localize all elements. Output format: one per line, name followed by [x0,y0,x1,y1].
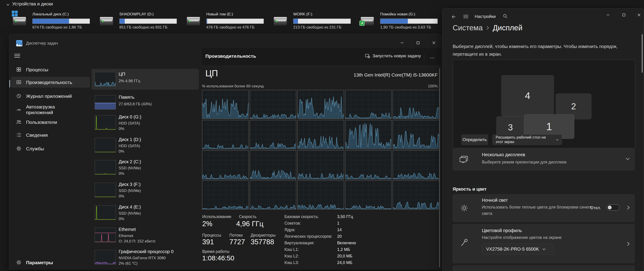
section-title[interactable]: Устройства и диски [12,1,53,6]
perf-item-title: Диск 3 (F:) [119,182,140,187]
drive-item-e[interactable]: Новый том (E:) 476 ГБ свободно из 476 ГБ [186,12,261,32]
multi-display-icon [459,156,468,163]
perf-item-sub: SSD (NVMe) [119,166,141,170]
perf-item-sub: 2% 4,96 ГГц [119,79,140,83]
maximize-button[interactable] [413,39,423,46]
night-light-toggle[interactable] [606,204,620,210]
sidebar-item-users[interactable]: Пользователи [11,117,90,127]
drive-item-f[interactable]: WORK (F:) 213 ГБ свободно из 231 ГБ [273,12,348,32]
detail-value: 20 [337,234,342,239]
vertical-scrollbar[interactable] [642,34,643,73]
cpu-core-graph [393,90,439,119]
drive-item-c[interactable]: Локальный диск (C:) 674 ГБ свободно из 1… [12,12,87,32]
card-subtitle: Выберите режим презентации для дисплеев [482,160,566,164]
section-collapse-chevron-icon[interactable] [6,4,10,6]
identify-button[interactable]: Определить [461,134,488,145]
monitor-4[interactable]: 4 [501,75,554,116]
speed-label: Скорость [239,214,256,219]
perf-item-sub: SSD (NVMe) [119,188,141,193]
graph-axis-label: % использования более 60 секунд [202,84,264,88]
card-title: Цветовой профиль [482,228,522,233]
detail-label: Кэш L1: [284,247,299,252]
card-subtitle: Использовать более теплые цвета для блок… [482,205,592,210]
cpu-core-graph [250,180,296,210]
perf-item-sub: Ethernet [119,234,133,238]
run-new-task-button[interactable]: Запустить новую задачу [362,52,423,60]
vertical-scrollbar[interactable] [439,68,440,268]
perf-list-item-cpu[interactable]: ЦП 2% 4,96 ГГц [92,69,199,90]
more-options-button[interactable]: … [427,53,437,60]
color-profile-dropdown[interactable]: VX2758-2K-PRO-5 6500K [482,244,554,255]
cpu-panel-title: ЦП [206,68,218,78]
close-button[interactable] [634,11,644,18]
detail-value: 1 [337,221,340,226]
drive-usage-bar [293,18,351,24]
perf-list-item-disk1[interactable]: Диск 1 (D:) HDD (SATA) 0% [92,135,199,157]
perf-list-item-memory[interactable]: Память 27,6/63,8 ГБ (43%) [92,92,199,113]
minimize-button[interactable] [397,39,407,46]
detail-value: Включено [337,241,356,246]
detail-label: Виртуализация: [284,241,314,246]
sidebar-item-app-history[interactable]: Журнал приложений [11,91,90,101]
monitor-number: 2 [571,102,576,112]
sidebar-item-settings[interactable]: Параметры [11,257,70,268]
sidebar-item-processes[interactable]: Процессы [11,64,90,75]
sidebar-item-performance[interactable]: Производительность [11,77,90,88]
detail-value: 3,50 ГГц [337,214,353,219]
services-gear-icon [16,146,22,151]
hdr-card[interactable]: HDR HDR Откл. [453,265,635,271]
display-arrangement-box: 4 2 3 1 Определить Расширить рабочий сто… [453,60,635,150]
breadcrumb-parent[interactable]: Система [453,24,483,32]
page-description-line1: Выберите дисплей, чтобы изменить его пар… [453,44,618,49]
multiple-displays-card[interactable]: Несколько дисплеев Выберите режим презен… [453,148,635,170]
performance-icon [16,80,22,85]
color-profile-card[interactable]: Цветовой профиль Настройте отображение ц… [453,224,635,263]
cpu-core-graph [202,90,249,119]
processes-value: 391 [202,238,214,246]
sidebar-item-label: Параметры [26,260,53,265]
drive-name: SHADOWPLAY (D:) [119,12,154,16]
sidebar-item-startup-apps[interactable]: Автозагрузка приложений [11,103,90,116]
perf-list-item-disk2[interactable]: Диск 2 (C:) SSD (NVMe) 0% [92,157,199,179]
drive-free-space: 476 ГБ свободно из 476 ГБ [206,25,254,30]
memory-thumbnail-graph [95,95,116,110]
history-clock-icon [16,93,22,99]
speed-value: 4,96 ГГц [236,220,263,228]
detail-value: 24,0 МБ [337,260,352,265]
minimize-button[interactable] [603,11,613,18]
sidebar-item-details[interactable]: Сведения [11,130,90,140]
perf-item-sub: NVIDIA GeForce RTX 3080 [119,256,166,260]
sidebar-item-services[interactable]: Службы [11,143,90,154]
color-profile-dropper-icon [460,238,468,246]
close-button[interactable] [429,39,439,46]
navigation-menu-icon[interactable] [14,53,23,60]
perf-list-item-ethernet[interactable]: Ethernet Ethernet О: 24,0 П: 152 кбит/с [92,224,199,247]
extend-display-dropdown[interactable]: Расширить рабочий стол на этот экран [492,134,562,145]
night-light-card[interactable]: Ночной свет Использовать более теплые цв… [453,194,635,222]
maximize-button[interactable] [619,11,629,18]
disk-thumbnail-graph [95,138,116,152]
back-button[interactable] [450,14,458,20]
cpu-core-graph [345,150,392,179]
perf-list-item-disk4[interactable]: Диск 4 (E:) SSD (NVMe) 0% [92,202,199,224]
graph-max-label: 100% [415,84,438,88]
usage-label: Использование [202,214,232,219]
drive-free-space: 674 ГБ свободно из 1,86 ТБ [32,25,82,30]
perf-list-item-disk0[interactable]: Диск 0 (G:) HDD (SATA) 0% [92,112,199,134]
perf-item-title: Ethernet [119,227,136,232]
cpu-core-graph [297,90,344,119]
settings-nav-menu-icon[interactable] [463,14,468,18]
cpu-core-graph [297,180,344,210]
chevron-down-icon[interactable] [626,157,630,161]
search-icon[interactable] [503,14,508,18]
perf-list-item-disk3[interactable]: Диск 3 (F:) SSD (NVMe) 0% [92,180,199,202]
window-title: Настройки [474,14,496,19]
card-subtitle: света [482,211,492,216]
settings-window: Настройки Система Дисплей Выберите диспл… [442,8,644,271]
perf-item-sub2: 0% [119,149,124,154]
drive-item-d[interactable]: SHADOWPLAY (D:) 851 ГБ свободно из 931 Г… [100,12,174,32]
perf-list-item-gpu[interactable]: Графический процессор 0 NVIDIA GeForce R… [92,247,199,269]
drive-item-g[interactable]: Помойка новая (G:) 1,90 ТБ свободно из 3… [360,12,435,32]
drive-usage-bar [206,18,264,24]
perf-item-sub2: О: 24,0 П: 152 кбит/с [119,239,156,244]
